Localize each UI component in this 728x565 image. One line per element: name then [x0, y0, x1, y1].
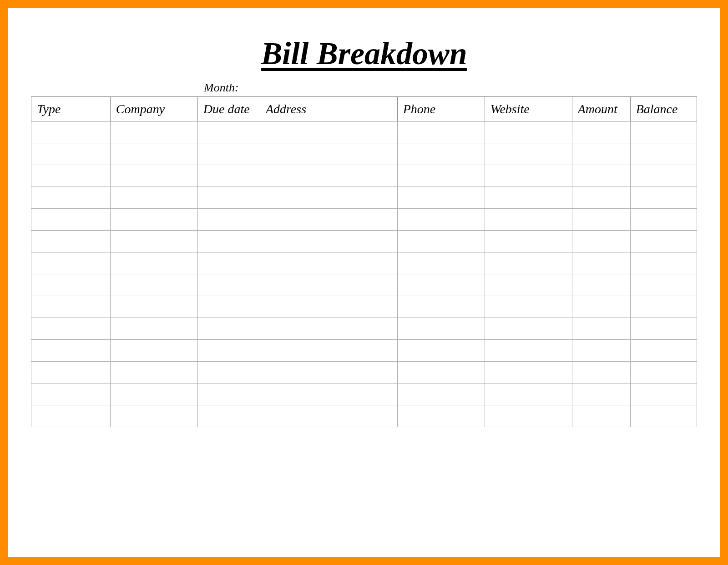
table-cell [260, 209, 397, 231]
table-cell [572, 209, 630, 231]
table-cell [260, 165, 397, 187]
table-cell [260, 362, 397, 383]
table-cell [485, 318, 572, 340]
table-cell [397, 383, 485, 405]
table-cell [31, 187, 111, 209]
col-header-phone: Phone [397, 97, 485, 121]
col-header-duedate: Due date [197, 97, 260, 121]
table-cell [31, 340, 111, 362]
table-row [31, 252, 697, 274]
table-cell [197, 340, 260, 362]
table-cell [110, 274, 197, 296]
table-row [31, 231, 697, 252]
col-header-amount: Amount [572, 97, 630, 121]
table-cell [110, 340, 197, 362]
table-cell [197, 231, 260, 252]
table-cell [260, 187, 397, 209]
col-header-company: Company [110, 97, 197, 121]
table-cell [572, 383, 630, 405]
table-cell [630, 362, 697, 383]
table-cell [397, 252, 485, 274]
table-cell [31, 165, 111, 187]
table-cell [110, 165, 197, 187]
table-cell [197, 165, 260, 187]
table-cell [630, 121, 697, 143]
table-cell [110, 362, 197, 383]
table-cell [31, 121, 111, 143]
table-cell [572, 231, 630, 252]
table-cell [31, 274, 111, 296]
table-cell [31, 209, 111, 231]
table-cell [630, 274, 697, 296]
table-cell [630, 318, 697, 340]
table-row [31, 121, 697, 143]
table-cell [197, 405, 260, 427]
table-cell [197, 274, 260, 296]
table-cell [572, 274, 630, 296]
table-cell [630, 296, 697, 318]
table-cell [197, 296, 260, 318]
table-cell [110, 143, 197, 165]
table-cell [197, 252, 260, 274]
table-cell [110, 209, 197, 231]
table-cell [197, 121, 260, 143]
col-header-address: Address [260, 97, 397, 121]
table-cell [630, 383, 697, 405]
table-cell [31, 362, 111, 383]
table-cell [485, 296, 572, 318]
table-cell [110, 252, 197, 274]
table-cell [31, 143, 111, 165]
table-cell [110, 121, 197, 143]
table-row [31, 143, 697, 165]
table-cell [197, 318, 260, 340]
table-cell [485, 405, 572, 427]
table-cell [260, 252, 397, 274]
table-cell [630, 340, 697, 362]
table-cell [397, 165, 485, 187]
table-cell [485, 231, 572, 252]
table-cell [630, 209, 697, 231]
table-cell [397, 405, 485, 427]
table-cell [260, 143, 397, 165]
table-cell [31, 383, 111, 405]
table-cell [572, 296, 630, 318]
table-cell [260, 121, 397, 143]
table-cell [197, 187, 260, 209]
table-cell [630, 231, 697, 252]
table-cell [110, 318, 197, 340]
page-title: Bill Breakdown [31, 35, 697, 72]
table-cell [31, 318, 111, 340]
table-cell [485, 165, 572, 187]
table-cell [397, 143, 485, 165]
table-cell [197, 209, 260, 231]
col-header-website: Website [485, 97, 572, 121]
table-cell [397, 231, 485, 252]
table-cell [485, 143, 572, 165]
table-cell [397, 318, 485, 340]
table-cell [197, 143, 260, 165]
table-cell [485, 121, 572, 143]
table-cell [31, 296, 111, 318]
table-cell [397, 362, 485, 383]
table-cell [630, 252, 697, 274]
table-cell [397, 121, 485, 143]
table-row [31, 340, 697, 362]
table-cell [260, 296, 397, 318]
table-cell [260, 383, 397, 405]
table-cell [485, 340, 572, 362]
table-cell [260, 318, 397, 340]
table-cell [260, 340, 397, 362]
table-row [31, 318, 697, 340]
table-cell [397, 274, 485, 296]
table-row [31, 362, 697, 383]
table-cell [485, 362, 572, 383]
table-cell [485, 209, 572, 231]
table-cell [485, 274, 572, 296]
table-cell [572, 318, 630, 340]
table-row [31, 187, 697, 209]
table-cell [630, 187, 697, 209]
table-cell [485, 252, 572, 274]
col-header-balance: Balance [630, 97, 697, 121]
table-cell [31, 231, 111, 252]
table-cell [197, 383, 260, 405]
